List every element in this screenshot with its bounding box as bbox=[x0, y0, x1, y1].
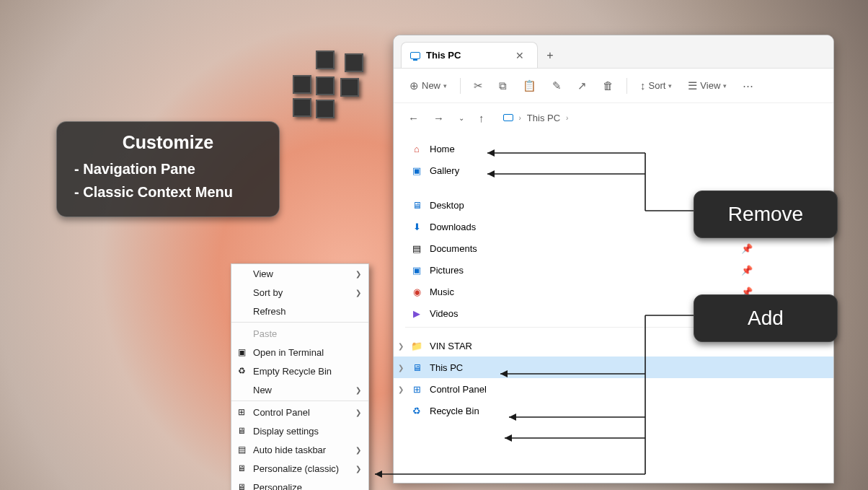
view-icon: ☰ bbox=[688, 79, 697, 92]
nav-item-documents[interactable]: ▤Documents📌 bbox=[394, 237, 833, 259]
decorative-blocks bbox=[287, 51, 373, 130]
paste-button[interactable]: 📋 bbox=[517, 75, 542, 97]
context-item-view[interactable]: View❯ bbox=[231, 264, 368, 283]
rename-button[interactable]: ✎ bbox=[546, 75, 567, 97]
chevron-right-icon: ❯ bbox=[355, 465, 361, 473]
share-button[interactable]: ↗ bbox=[572, 75, 593, 97]
desktop-icon: 🖥 bbox=[411, 199, 422, 211]
control-panel-icon: ⊞ bbox=[411, 383, 422, 395]
pin-icon: 📌 bbox=[741, 265, 753, 276]
chevron-right-icon[interactable]: ❯ bbox=[398, 364, 404, 372]
nav-item-gallery[interactable]: ▣Gallery bbox=[394, 159, 833, 181]
chevron-down-icon: ▾ bbox=[723, 82, 727, 89]
context-item-label: New bbox=[253, 385, 272, 395]
view-button[interactable]: ☰ View ▾ bbox=[682, 75, 732, 97]
context-item-display-settings[interactable]: 🖥Display settings bbox=[231, 421, 368, 440]
nav-item-label: VIN STAR bbox=[430, 341, 472, 351]
context-item-refresh[interactable]: Refresh bbox=[231, 302, 368, 320]
plus-icon: ⊕ bbox=[409, 79, 419, 92]
nav-item-this-pc[interactable]: ❯🖥This PC bbox=[394, 356, 833, 378]
context-item-personalize-classic-[interactable]: 🖥Personalize (classic)❯ bbox=[231, 459, 368, 478]
customize-title: Customize bbox=[74, 132, 262, 153]
sort-button[interactable]: ↕ Sort ▾ bbox=[634, 75, 678, 96]
recent-button[interactable]: ⌄ bbox=[456, 111, 467, 125]
chevron-right-icon: ❯ bbox=[355, 446, 361, 454]
nav-item-label: Control Panel bbox=[430, 384, 487, 395]
nav-item-pictures[interactable]: ▣Pictures📌 bbox=[394, 259, 833, 281]
nav-item-recycle-bin[interactable]: ♻Recycle Bin bbox=[394, 400, 833, 421]
sort-icon: ↕ bbox=[640, 79, 646, 92]
delete-button[interactable]: 🗑 bbox=[597, 75, 619, 96]
tab-title: This PC bbox=[426, 50, 461, 61]
chevron-right-icon: ❯ bbox=[355, 270, 361, 278]
nav-item-label: Desktop bbox=[430, 200, 464, 211]
context-item-label: Auto hide taskbar bbox=[253, 445, 326, 455]
customize-item-0: - Navigation Pane bbox=[74, 157, 262, 180]
rename-icon: ✎ bbox=[552, 79, 562, 92]
nav-item-label: Home bbox=[430, 144, 455, 154]
tab-this-pc[interactable]: This PC ✕ bbox=[401, 42, 538, 68]
nav-item-label: Recycle Bin bbox=[430, 406, 479, 416]
context-item-label: Open in Terminal bbox=[253, 347, 324, 358]
chevron-right-icon: ❯ bbox=[355, 408, 361, 416]
close-tab-button[interactable]: ✕ bbox=[511, 48, 528, 63]
context-item-label: Display settings bbox=[253, 426, 319, 437]
context-item-label: Control Panel bbox=[253, 407, 310, 418]
music-icon: ◉ bbox=[411, 286, 422, 297]
personalize-classic--icon: 🖥 bbox=[236, 463, 247, 474]
control-panel-icon: ⊞ bbox=[236, 406, 247, 418]
back-button[interactable]: ← bbox=[405, 109, 422, 127]
context-item-control-panel[interactable]: ⊞Control Panel❯ bbox=[231, 403, 368, 421]
chevron-right-icon: ❯ bbox=[355, 386, 361, 394]
refresh-icon bbox=[236, 305, 247, 317]
context-item-sort-by[interactable]: Sort by❯ bbox=[231, 283, 368, 302]
nav-item-control-panel[interactable]: ❯⊞Control Panel bbox=[394, 378, 833, 400]
share-icon: ↗ bbox=[577, 79, 587, 92]
nav-row: ← → ⌄ ↑ › This PC › bbox=[394, 103, 833, 132]
context-item-auto-hide-taskbar[interactable]: ▤Auto hide taskbar❯ bbox=[231, 440, 368, 459]
context-item-personalize[interactable]: 🖥Personalize bbox=[231, 478, 368, 490]
new-icon bbox=[236, 384, 247, 395]
explorer-window: This PC ✕ + ⊕ New ▾ ✂ ⧉ 📋 ✎ ↗ 🗑 ↕ Sort ▾… bbox=[393, 35, 834, 484]
home-icon: ⌂ bbox=[411, 143, 422, 154]
context-item-label: Refresh bbox=[253, 306, 286, 317]
vin-star-icon: 📁 bbox=[411, 340, 422, 351]
paste-icon bbox=[236, 328, 247, 339]
context-item-new[interactable]: New❯ bbox=[231, 380, 368, 399]
context-item-open-in-terminal[interactable]: ▣Open in Terminal bbox=[231, 343, 368, 362]
display-settings-icon: 🖥 bbox=[236, 425, 247, 437]
view-icon bbox=[236, 268, 247, 279]
cut-button[interactable]: ✂ bbox=[468, 75, 489, 97]
delete-icon: 🗑 bbox=[603, 79, 614, 92]
videos-icon: ▶ bbox=[411, 307, 422, 319]
monitor-icon bbox=[503, 114, 513, 121]
breadcrumb[interactable]: › This PC › bbox=[503, 113, 569, 123]
new-button[interactable]: ⊕ New ▾ bbox=[404, 75, 453, 97]
recycle-bin-icon: ♻ bbox=[411, 405, 422, 416]
context-item-label: View bbox=[253, 268, 273, 279]
open-in-terminal-icon: ▣ bbox=[236, 346, 247, 358]
more-button[interactable]: ⋯ bbox=[737, 75, 759, 97]
nav-item-label: This PC bbox=[430, 362, 463, 373]
copy-button[interactable]: ⧉ bbox=[493, 75, 513, 97]
customize-callout: Customize - Navigation Pane - Classic Co… bbox=[56, 121, 280, 217]
up-button[interactable]: ↑ bbox=[476, 109, 487, 127]
monitor-icon bbox=[410, 52, 420, 59]
context-item-empty-recycle-bin[interactable]: ♻Empty Recycle Bin bbox=[231, 362, 368, 380]
new-tab-button[interactable]: + bbox=[538, 43, 562, 68]
nav-item-label: Pictures bbox=[430, 265, 464, 276]
copy-icon: ⧉ bbox=[499, 79, 507, 92]
personalize-icon: 🖥 bbox=[236, 481, 247, 490]
nav-item-label: Gallery bbox=[430, 165, 459, 176]
customize-item-1: - Classic Context Menu bbox=[74, 180, 262, 204]
add-badge: Add bbox=[694, 294, 838, 342]
chevron-right-icon[interactable]: ❯ bbox=[398, 342, 404, 350]
remove-badge: Remove bbox=[694, 191, 838, 238]
nav-item-home[interactable]: ⌂Home bbox=[394, 138, 833, 159]
nav-item-label: Downloads bbox=[430, 222, 476, 232]
chevron-right-icon[interactable]: ❯ bbox=[398, 385, 404, 393]
nav-item-label: Music bbox=[430, 286, 454, 297]
documents-icon: ▤ bbox=[411, 242, 422, 254]
forward-button[interactable]: → bbox=[430, 109, 447, 127]
context-item-label: Sort by bbox=[253, 287, 283, 298]
